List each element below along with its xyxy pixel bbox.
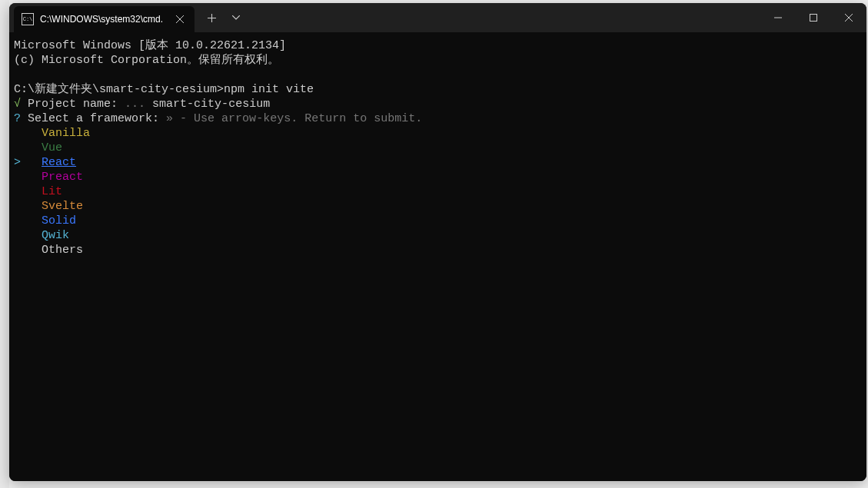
maximize-button[interactable] [796, 3, 831, 32]
chevron-down-icon [232, 15, 240, 20]
hint-arrow: » [166, 112, 173, 125]
ellipsis: ... [125, 98, 145, 111]
check-icon: √ [14, 98, 21, 111]
selection-cursor: > [14, 156, 21, 169]
window-controls [760, 3, 866, 32]
question-mark-icon: ? [14, 112, 21, 125]
windows-version-line: Microsoft Windows [版本 10.0.22621.2134] [14, 39, 286, 52]
tab-title: C:\WINDOWS\system32\cmd. [40, 14, 167, 25]
terminal-body[interactable]: Microsoft Windows [版本 10.0.22621.2134] (… [9, 32, 866, 481]
option-svelte[interactable]: Svelte [42, 200, 83, 213]
copyright-line: (c) Microsoft Corporation。保留所有权利。 [14, 54, 279, 67]
titlebar-drag-area[interactable] [248, 3, 760, 32]
minimize-icon [774, 14, 782, 22]
maximize-icon [810, 14, 817, 22]
project-name-label: Project name: [28, 98, 118, 111]
prompt-path: C:\新建文件夹\smart-city-cesium> [14, 83, 224, 96]
select-framework-label: Select a framework: [28, 112, 159, 125]
option-vue[interactable]: Vue [42, 141, 62, 154]
option-preact[interactable]: Preact [42, 171, 83, 184]
new-tab-button[interactable] [199, 3, 224, 32]
terminal-tab[interactable]: C:\ C:\WINDOWS\system32\cmd. [14, 6, 195, 32]
background-side-strip [0, 0, 9, 488]
option-others[interactable]: Others [42, 244, 83, 257]
option-solid[interactable]: Solid [42, 214, 76, 227]
close-icon [176, 15, 184, 23]
tab-close-button[interactable] [173, 12, 187, 26]
minimize-button[interactable] [760, 3, 796, 32]
option-qwik[interactable]: Qwik [42, 229, 69, 242]
option-lit[interactable]: Lit [42, 185, 62, 198]
option-vanilla[interactable]: Vanilla [42, 127, 90, 140]
option-react[interactable]: React [42, 156, 76, 169]
project-name-value: smart-city-cesium [152, 98, 270, 111]
window-close-button[interactable] [831, 3, 866, 32]
select-hint: - Use arrow-keys. Return to submit. [180, 112, 422, 125]
title-bar[interactable]: C:\ C:\WINDOWS\system32\cmd. [9, 3, 866, 32]
tab-dropdown-button[interactable] [224, 3, 248, 32]
close-icon [845, 14, 853, 22]
plus-icon [208, 14, 216, 22]
tab-actions [199, 3, 248, 32]
terminal-window: C:\ C:\WINDOWS\system32\cmd. [9, 3, 866, 481]
prompt-command: npm init vite [224, 83, 314, 96]
cmd-icon: C:\ [22, 13, 34, 25]
svg-rect-0 [810, 15, 817, 22]
